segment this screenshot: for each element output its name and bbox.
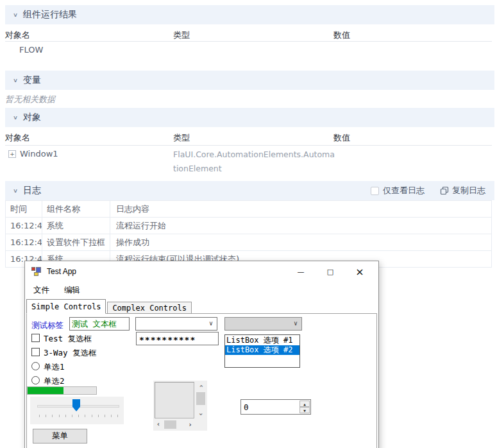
- chevron-down-icon: ∨: [209, 320, 213, 327]
- menu-bar: 文件 编辑: [25, 282, 378, 299]
- maximize-button[interactable]: □: [316, 261, 345, 282]
- column-header-name: 对象名: [5, 30, 30, 41]
- title-bar[interactable]: Test App — □ ×: [25, 261, 378, 282]
- chevron-down-icon: ∨: [13, 12, 18, 18]
- menu-button[interactable]: 菜单: [33, 429, 87, 444]
- section-title: 对象: [23, 112, 41, 123]
- listbox-item-1[interactable]: ListBox 选项 #1: [225, 336, 299, 345]
- test-checkbox-label: Test 复选框: [44, 334, 92, 345]
- log-time: 16:12:44: [6, 234, 42, 251]
- scroll-down-arrow-icon[interactable]: ›: [196, 410, 206, 418]
- combobox-disabled[interactable]: ∨: [224, 317, 302, 331]
- numeric-updown[interactable]: 0 ▲ ▼: [240, 399, 311, 415]
- debug-panel: ∨ 组件运行结果 对象名 类型 数值 FLOW ∨ 变量 暂无相关数据 ∨ 对象…: [0, 0, 497, 448]
- log-header-row: 时间 组件名称 日志内容: [6, 201, 492, 218]
- spinner-buttons: ▲ ▼: [299, 401, 310, 413]
- expand-plus-icon[interactable]: +: [8, 150, 16, 158]
- copy-logs-label: 复制日志: [452, 185, 485, 196]
- section-title: 组件运行结果: [23, 9, 77, 21]
- log-col-time: 时间: [6, 201, 42, 218]
- empty-data-note: 暂无相关数据: [5, 94, 55, 105]
- log-content: 操作成功: [110, 234, 492, 251]
- log-time: 16:12:42: [6, 218, 42, 234]
- section-title: 日志: [23, 185, 41, 196]
- horizontal-scrollbar[interactable]: › ›: [155, 420, 194, 429]
- scroll-up-arrow-icon[interactable]: ›: [196, 382, 206, 390]
- test-label: 测试标签: [31, 320, 63, 331]
- vertical-scrollbar[interactable]: › ›: [196, 382, 206, 418]
- only-view-logs-checkbox[interactable]: [371, 187, 379, 195]
- horizontal-scroll-thumb[interactable]: [164, 420, 176, 429]
- column-header-value: 数值: [333, 132, 350, 144]
- slider-thumb[interactable]: [72, 399, 80, 411]
- app-icon: [31, 267, 41, 276]
- vertical-scroll-thumb[interactable]: [196, 392, 205, 405]
- menu-file[interactable]: 文件: [33, 285, 49, 296]
- listbox: ListBox 选项 #1 ListBox 选项 #2: [224, 334, 300, 368]
- copy-icon: [440, 186, 449, 195]
- divider: [5, 145, 492, 146]
- radio-button-1[interactable]: [31, 362, 40, 370]
- chevron-down-icon: ∨: [13, 187, 18, 194]
- chevron-down-icon: ∨: [294, 320, 298, 327]
- combobox-editable[interactable]: ∨: [135, 317, 217, 331]
- log-component: 设置软件下拉框: [42, 234, 110, 251]
- window-title: Test App: [47, 267, 76, 276]
- copy-logs-button[interactable]: 复制日志: [440, 185, 485, 196]
- menu-edit[interactable]: 编辑: [64, 285, 80, 296]
- slider: [30, 397, 124, 424]
- divider: [5, 41, 492, 42]
- log-toolbar: 仅查看日志 复制日志: [371, 181, 485, 200]
- log-col-content: 日志内容: [110, 201, 492, 218]
- progress-bar: [27, 386, 97, 395]
- only-view-logs-label: 仅查看日志: [383, 185, 425, 196]
- tab-complex-controls[interactable]: Complex Controls: [107, 302, 192, 314]
- column-header-type: 类型: [173, 132, 190, 144]
- tab-simple-controls[interactable]: Simple Controls: [26, 299, 106, 314]
- column-header-name: 对象名: [5, 132, 30, 144]
- result-row-name: FLOW: [19, 45, 43, 55]
- log-row: 16:12:44 设置软件下拉框 操作成功: [6, 234, 492, 251]
- section-header-variables[interactable]: ∨ 变量: [5, 71, 494, 90]
- log-content: 流程运行开始: [110, 218, 492, 234]
- three-way-checkbox-label: 3-Way 复选框: [44, 348, 97, 359]
- section-header-logs[interactable]: ∨ 日志 仅查看日志 复制日志: [5, 181, 494, 200]
- radio-button-2[interactable]: [31, 376, 40, 384]
- chevron-down-icon: ∨: [13, 114, 18, 121]
- spin-down-button[interactable]: ▼: [299, 407, 310, 413]
- test-app-window: Test App — □ × 文件 编辑 Simple Controls Com…: [24, 261, 379, 448]
- scroll-left-arrow-icon[interactable]: ›: [155, 420, 163, 429]
- log-table: 时间 组件名称 日志内容 16:12:42 系统 流程运行开始 16:12:44…: [5, 200, 492, 268]
- log-component: 系统: [42, 218, 110, 234]
- section-header-objects[interactable]: ∨ 对象: [5, 108, 494, 127]
- progress-fill: [28, 387, 63, 394]
- column-header-type: 类型: [173, 30, 190, 41]
- log-row: 16:12:42 系统 流程运行开始: [6, 218, 492, 234]
- numeric-value: 0: [244, 402, 249, 412]
- column-header-value: 数值: [333, 30, 350, 41]
- minimize-button[interactable]: —: [286, 261, 316, 282]
- slider-ticks: [39, 415, 118, 417]
- chevron-down-icon: ∨: [13, 77, 18, 83]
- three-way-checkbox[interactable]: [31, 348, 40, 356]
- test-checkbox[interactable]: [31, 334, 40, 342]
- password-field[interactable]: **********: [136, 332, 219, 345]
- object-row-type: FlaUI.Core.AutomationElements.Automation…: [173, 148, 335, 176]
- close-button[interactable]: ×: [345, 261, 375, 282]
- scroll-viewer: › › › ›: [153, 381, 207, 431]
- section-header-component-result[interactable]: ∨ 组件运行结果: [5, 5, 494, 24]
- listbox-item-2[interactable]: ListBox 选项 #2: [225, 345, 299, 355]
- window-controls: — □ ×: [286, 261, 375, 282]
- log-col-component: 组件名称: [42, 201, 110, 218]
- scroll-right-arrow-icon[interactable]: ›: [186, 420, 194, 429]
- object-row-name: Window1: [20, 149, 58, 159]
- spin-up-button[interactable]: ▲: [299, 401, 310, 407]
- tab-strip: Simple Controls Complex Controls: [26, 299, 377, 314]
- radio-1-label: 单选1: [44, 362, 65, 373]
- radio-2-label: 单选2: [44, 376, 65, 387]
- test-textbox[interactable]: 测试 文本框: [69, 317, 130, 331]
- section-title: 变量: [23, 74, 41, 86]
- scroll-content: [155, 382, 194, 418]
